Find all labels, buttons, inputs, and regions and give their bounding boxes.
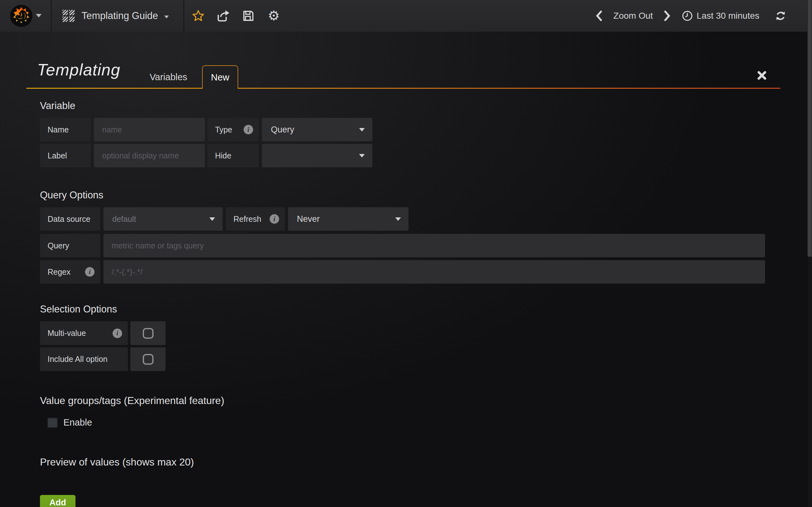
query-options-heading: Query Options xyxy=(40,189,103,201)
page-scrollbar-thumb[interactable] xyxy=(808,0,812,257)
label-input[interactable] xyxy=(94,144,205,167)
chevron-down-icon xyxy=(359,154,365,158)
org-switcher-caret-icon[interactable] xyxy=(36,14,42,17)
top-navbar: Templating Guide ⚙ xyxy=(0,0,812,32)
dashboard-grid-icon xyxy=(62,10,74,22)
checkbox-unchecked-icon xyxy=(143,354,154,365)
zoom-out-button[interactable]: Zoom Out xyxy=(613,11,653,21)
include-all-label: Include All option xyxy=(40,347,128,371)
share-icon xyxy=(216,9,230,22)
include-all-checkbox[interactable] xyxy=(131,347,165,371)
regex-label: Regex i xyxy=(40,260,100,284)
variable-section-heading: Variable xyxy=(40,100,75,112)
dashboard-settings-button[interactable]: ⚙ xyxy=(263,0,285,32)
navbar-divider xyxy=(183,0,184,32)
datasource-select[interactable]: default xyxy=(103,207,223,231)
star-dashboard-button[interactable] xyxy=(187,0,209,32)
time-range-label: Last 30 minutes xyxy=(697,11,759,21)
checkbox-unchecked-icon xyxy=(143,328,154,339)
chevron-down-icon xyxy=(395,217,401,221)
refresh-select[interactable]: Never xyxy=(288,207,409,231)
chevron-down-icon xyxy=(359,128,365,131)
tab-variables[interactable]: Variables xyxy=(145,65,192,89)
save-icon xyxy=(242,9,255,22)
multi-value-checkbox[interactable] xyxy=(131,321,165,345)
chevron-left-icon xyxy=(595,10,603,21)
name-input[interactable] xyxy=(94,118,205,141)
hide-select[interactable] xyxy=(262,144,372,167)
label-label: Label xyxy=(40,144,91,167)
multi-value-label: Multi-value i xyxy=(40,321,128,345)
hide-label: Hide xyxy=(207,144,259,167)
type-info-icon[interactable]: i xyxy=(244,125,253,134)
chevron-right-icon xyxy=(664,10,671,21)
grafana-screen: Templating Guide ⚙ xyxy=(0,0,812,507)
clock-icon xyxy=(682,10,693,21)
gear-icon: ⚙ xyxy=(268,9,280,22)
enable-label: Enable xyxy=(63,418,92,428)
chevron-down-icon xyxy=(209,217,215,221)
name-label: Name xyxy=(40,118,91,141)
enable-checkbox[interactable] xyxy=(48,418,57,428)
dashboard-picker[interactable]: Templating Guide xyxy=(55,0,169,32)
time-shift-forward-button[interactable] xyxy=(664,10,671,21)
grafana-logo[interactable] xyxy=(9,4,33,27)
value-groups-heading: Value groups/tags (Experimental feature) xyxy=(40,395,224,406)
add-button[interactable]: Add xyxy=(40,495,75,507)
dashboard-title: Templating Guide xyxy=(82,10,158,21)
selection-options-heading: Selection Options xyxy=(40,303,117,315)
query-input[interactable] xyxy=(103,234,765,257)
time-shift-back-button[interactable] xyxy=(595,10,603,21)
page-scrollbar-track[interactable] xyxy=(807,0,812,507)
tab-new[interactable]: New xyxy=(202,65,238,89)
refresh-icon xyxy=(774,10,786,22)
type-label: Type i xyxy=(207,118,259,141)
refresh-label: Refresh i xyxy=(226,207,285,231)
query-label: Query xyxy=(40,234,100,257)
tab-underline-right xyxy=(238,88,780,89)
regex-input[interactable] xyxy=(103,260,765,284)
grafana-logo-icon xyxy=(9,4,33,27)
regex-info-icon[interactable]: i xyxy=(85,267,95,277)
star-icon xyxy=(192,9,205,22)
navbar-right-controls: Zoom Out Last 30 minutes xyxy=(595,0,786,32)
tab-underline-left xyxy=(26,88,202,89)
time-range-picker[interactable]: Last 30 minutes xyxy=(682,10,759,21)
page-title: Templating xyxy=(37,60,120,79)
save-dashboard-button[interactable] xyxy=(237,0,259,32)
close-editor-button[interactable] xyxy=(755,68,769,82)
datasource-label: Data source xyxy=(40,207,100,231)
type-select[interactable]: Query xyxy=(262,118,372,141)
share-dashboard-button[interactable] xyxy=(212,0,234,32)
preview-heading: Preview of values (shows max 20) xyxy=(40,456,194,468)
navbar-divider xyxy=(51,0,52,32)
refresh-button[interactable] xyxy=(774,10,786,22)
close-icon xyxy=(757,70,767,81)
dashboard-caret-icon xyxy=(164,15,169,18)
multi-value-info-icon[interactable]: i xyxy=(113,329,122,338)
refresh-info-icon[interactable]: i xyxy=(270,214,279,224)
